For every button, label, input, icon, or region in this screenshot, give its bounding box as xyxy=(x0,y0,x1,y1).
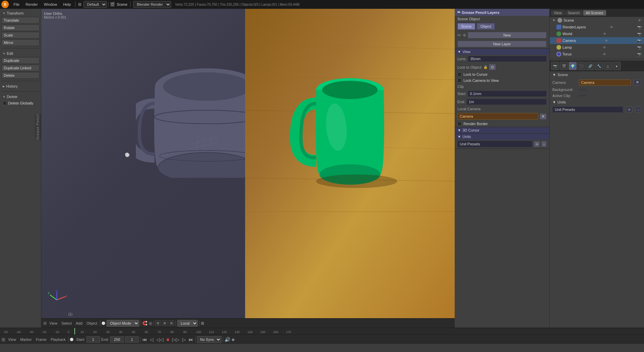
solid-mode-icon[interactable] xyxy=(102,322,105,325)
tree-item-torus[interactable]: Torus 👁 📷 xyxy=(550,51,644,57)
menu-window[interactable]: Window xyxy=(41,2,60,7)
pivot-selector[interactable]: Local xyxy=(177,320,198,327)
viewport-3d[interactable]: User Ortho Meters x 0.001 xyxy=(41,9,245,318)
units-props-title[interactable]: ▼ Units xyxy=(550,99,644,105)
lock-to-cursor-cb[interactable] xyxy=(457,72,461,76)
world-render-icon[interactable]: 📷 xyxy=(637,32,641,36)
camera-field-icon[interactable]: ✕ xyxy=(540,113,547,120)
rotate-btn[interactable]: Rotate xyxy=(1,24,40,31)
duplicate-linked-btn[interactable]: Duplicate Linked xyxy=(1,65,40,71)
object-menu-btn[interactable]: Object xyxy=(85,321,99,326)
units-subheader[interactable]: ▼ Units xyxy=(455,134,549,140)
stop-btn[interactable]: ■ xyxy=(166,337,170,342)
step-fwd-btn[interactable]: ▷ xyxy=(182,337,187,342)
render-engine-selector[interactable]: Blender Render xyxy=(133,1,171,8)
grid-btn-2[interactable]: ⊞ xyxy=(162,321,167,326)
unit-presets-field[interactable]: Unit Presets xyxy=(457,141,532,147)
menu-render[interactable]: Render xyxy=(23,2,41,7)
constraint-props-icon[interactable]: 🔗 xyxy=(586,62,594,70)
object-tab-btn[interactable]: Object xyxy=(477,23,495,30)
lock-camera-cb[interactable] xyxy=(457,78,461,83)
world-eye-icon[interactable]: 👁 xyxy=(603,32,606,36)
torus-eye-icon[interactable]: 👁 xyxy=(603,52,606,56)
tree-item-scene[interactable]: ▼ Scene 👁 xyxy=(550,17,644,24)
render-props-icon[interactable]: 📷 xyxy=(551,62,559,70)
view-subheader[interactable]: ▼ View xyxy=(455,49,549,55)
camera-props-btn[interactable]: ✕ xyxy=(634,79,641,86)
unit-presets-plus[interactable]: + xyxy=(534,141,540,147)
rl-eye-icon[interactable]: 👁 xyxy=(610,25,613,29)
current-frame-input[interactable] xyxy=(125,336,139,343)
torus-render-icon[interactable]: 📷 xyxy=(637,52,641,56)
cursor-subheader[interactable]: ▼ 3D Cursor xyxy=(455,127,549,133)
grease-pencil-side-tab[interactable]: Grease Pencil xyxy=(35,114,41,140)
end-frame-input[interactable] xyxy=(110,336,124,343)
timeline-playback-btn[interactable]: Playback xyxy=(49,337,67,342)
render-border-cb[interactable] xyxy=(457,122,461,126)
scene-eye-icon[interactable]: 👁 xyxy=(638,19,641,22)
material-props-icon[interactable]: ● xyxy=(613,62,621,70)
scene-tab-btn[interactable]: Scene xyxy=(457,23,475,30)
transform-section[interactable]: ▼ Transform xyxy=(1,10,40,16)
view-tab[interactable]: View xyxy=(551,10,565,16)
modifier-props-icon[interactable]: 🔧 xyxy=(595,62,603,70)
unit-presets-minus[interactable]: - xyxy=(541,141,547,147)
rl-render-icon[interactable]: 📷 xyxy=(637,25,641,29)
snap-icon[interactable]: 🧲 xyxy=(142,321,147,326)
world-props-icon[interactable]: 🌍 xyxy=(569,62,577,70)
jump-end-btn[interactable]: ⏭ xyxy=(188,337,194,342)
object-mode-selector[interactable]: Object Mode xyxy=(106,320,139,327)
camera-props-value[interactable]: Camera xyxy=(579,79,631,86)
lamp-eye-icon[interactable]: 👁 xyxy=(603,46,606,49)
audio-icon[interactable]: 🔊 xyxy=(224,337,230,342)
camera-field[interactable]: Camera xyxy=(457,113,538,120)
delete-globally-cb[interactable] xyxy=(3,101,7,105)
grid-btn-3[interactable]: ⊞ xyxy=(169,321,174,326)
grid-btn-1[interactable]: ⊞ xyxy=(155,321,161,326)
sync-selector[interactable]: No Sync xyxy=(197,336,221,343)
delete-section[interactable]: ▼ Delete xyxy=(1,94,40,100)
tree-item-renderlayers[interactable]: RenderLayers 👁 📷 xyxy=(550,24,644,30)
lamp-render-icon[interactable]: 📷 xyxy=(637,46,641,49)
tree-item-camera[interactable]: Camera 👁 📷 xyxy=(550,37,644,44)
jump-start-btn[interactable]: ⏮ xyxy=(142,337,148,342)
viewport-icon-left[interactable]: ⊞ xyxy=(43,321,47,326)
layout-selector[interactable]: Default xyxy=(84,1,107,8)
timeline-mode-icon[interactable]: ⊞ xyxy=(1,337,5,342)
unit-presets-del[interactable]: - xyxy=(635,107,641,113)
new-layer-btn[interactable]: New Layer xyxy=(457,41,547,47)
scene-props-icon[interactable]: 🎬 xyxy=(560,62,568,70)
keyframe-icon[interactable]: ◆ xyxy=(232,337,235,342)
play-btn[interactable]: ▷▷ xyxy=(171,337,180,342)
tree-item-world[interactable]: World 👁 📷 xyxy=(550,30,644,37)
view-menu-btn[interactable]: View xyxy=(48,321,59,326)
data-props-icon[interactable]: △ xyxy=(604,62,612,70)
timeline-frame-btn[interactable]: Frame xyxy=(34,337,48,342)
translate-btn[interactable]: Translate xyxy=(1,17,40,24)
new-btn[interactable]: New xyxy=(468,32,547,39)
lock-target-icon[interactable]: ⊙ xyxy=(489,64,496,70)
all-scenes-tab[interactable]: All Scenes xyxy=(583,10,606,16)
add-menu-btn[interactable]: Add xyxy=(74,321,84,326)
timeline-marker-btn[interactable]: Marker xyxy=(19,337,33,342)
start-frame-input[interactable] xyxy=(87,336,100,343)
camera-eye-icon[interactable]: 👁 xyxy=(605,39,608,43)
edit-section[interactable]: ▼ Edit xyxy=(1,50,40,56)
delete-btn[interactable]: Delete xyxy=(1,72,40,79)
clip-end-field[interactable]: 1m xyxy=(467,99,547,105)
layers-icon[interactable]: ⊞ xyxy=(201,321,204,326)
mirror-btn[interactable]: Mirror xyxy=(1,39,40,46)
scene-props-title[interactable]: ▼ Scene xyxy=(550,71,644,78)
timeline-view-btn[interactable]: View xyxy=(7,337,18,342)
history-section[interactable]: ▶ History xyxy=(1,83,40,89)
search-tab[interactable]: Search xyxy=(565,10,582,16)
scale-btn[interactable]: Scale xyxy=(1,32,40,39)
clip-start-field[interactable]: 0.1mm xyxy=(468,91,547,97)
background-value[interactable] xyxy=(579,89,587,91)
lens-value-field[interactable]: 35mm xyxy=(468,56,547,62)
duplicate-btn[interactable]: Duplicate xyxy=(1,57,40,64)
active-clip-value[interactable] xyxy=(579,95,587,97)
unit-presets-add[interactable]: + xyxy=(626,107,633,113)
menu-help[interactable]: Help xyxy=(61,2,74,7)
play-reverse-btn[interactable]: ◁◁ xyxy=(156,337,164,342)
